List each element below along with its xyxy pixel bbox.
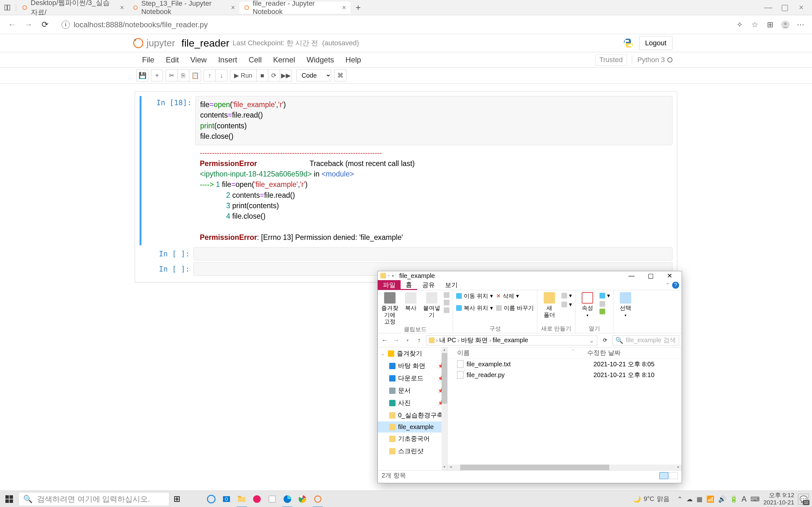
add-cell-button[interactable]: + <box>151 69 163 81</box>
tab-actions-icon[interactable] <box>3 3 12 12</box>
sidebar-scrollbar[interactable]: ▴▾ <box>442 347 447 470</box>
copy-button[interactable]: ⎘ <box>177 69 189 81</box>
taskbar-outlook-icon[interactable]: O <box>219 491 234 507</box>
restart-button[interactable]: ⟳ <box>268 69 280 81</box>
easy-access-icon[interactable]: ▾ <box>561 301 572 308</box>
breadcrumb-item[interactable]: file_example <box>493 337 528 344</box>
paste-button[interactable]: 📋 <box>189 69 201 81</box>
stop-button[interactable]: ■ <box>256 69 268 81</box>
taskbar-jupyter-icon[interactable] <box>310 491 325 507</box>
new-folder-button[interactable]: 새 폴더 <box>541 292 558 319</box>
move-up-button[interactable]: ↑ <box>204 69 216 81</box>
move-down-button[interactable]: ↓ <box>215 69 227 81</box>
refresh-button[interactable]: ⟳ <box>600 335 610 345</box>
command-palette-button[interactable]: ⌘ <box>334 69 346 81</box>
jupyter-logo[interactable]: jupyter <box>133 38 175 49</box>
breadcrumb[interactable]: › 내 PC › 바탕 화면 › file_example ⌄ <box>426 335 597 345</box>
scrollbar-thumb[interactable] <box>460 464 609 470</box>
help-icon[interactable]: ? <box>672 282 679 289</box>
new-tab-button[interactable]: + <box>351 3 366 13</box>
sidebar-downloads[interactable]: 다운로드📌 <box>378 372 447 384</box>
close-icon[interactable]: × <box>795 1 808 14</box>
new-item-icon[interactable]: ▾ <box>561 292 572 299</box>
cut-button[interactable]: ✂ <box>165 69 177 81</box>
sidebar-folder-0[interactable]: 0_실습환경구축 <box>378 409 447 421</box>
horizontal-scrollbar[interactable]: ◂ ▸ <box>448 464 681 470</box>
close-button[interactable]: ✕ <box>660 271 679 280</box>
notification-button[interactable]: 💬 10 <box>798 494 809 504</box>
tray-ime-icon[interactable]: A <box>742 495 747 504</box>
ribbon-tab-share[interactable]: 공유 <box>417 280 440 290</box>
thumbnails-view-button[interactable] <box>669 472 678 479</box>
cut-icon[interactable] <box>444 307 450 313</box>
file-row-2[interactable]: file_reader.py 2021-10-21 오후 8:10 <box>448 370 681 380</box>
taskbar-explorer-icon[interactable] <box>234 491 249 507</box>
tray-wifi-icon[interactable]: 📶 <box>706 495 714 503</box>
qat-dropdown-icon[interactable]: ▾ <box>392 273 394 278</box>
sidebar-folder-2[interactable]: 기초중국어 <box>378 433 447 445</box>
history-icon[interactable] <box>600 308 610 314</box>
sidebar-pictures[interactable]: 사진📌 <box>378 397 447 409</box>
rename-button[interactable]: 이름 바꾸기 <box>496 304 534 312</box>
menu-edit[interactable]: Edit <box>160 52 185 67</box>
notebook-title[interactable]: file_reader <box>182 38 229 49</box>
cell-input[interactable]: file=open('file_example','r') contents=f… <box>195 96 672 145</box>
collections-icon[interactable]: ⊞ <box>764 18 776 31</box>
sidebar-folder-3[interactable]: 스크린샷 <box>378 445 447 457</box>
task-view-button[interactable]: ⊞ <box>169 491 185 507</box>
file-row-1[interactable]: file_example.txt 2021-10-21 오후 8:05 <box>448 359 681 370</box>
tray-clock[interactable]: 오후 9:12 2021-10-21 <box>763 492 794 506</box>
trusted-badge[interactable]: Trusted <box>595 54 627 66</box>
taskbar-edge-icon[interactable] <box>280 491 295 507</box>
sidebar-documents[interactable]: 문서📌 <box>378 384 447 397</box>
close-icon[interactable]: × <box>120 3 124 12</box>
menu-icon[interactable]: ⋯ <box>794 18 807 31</box>
menu-cell[interactable]: Cell <box>243 52 267 67</box>
start-button[interactable] <box>0 491 18 507</box>
open-icon[interactable]: ▾ <box>600 292 610 299</box>
scrollbar-thumb[interactable] <box>442 353 447 404</box>
taskbar-chrome-icon[interactable] <box>295 491 310 507</box>
search-input[interactable]: 🔍 file_example 검색 <box>612 335 679 345</box>
column-date[interactable]: 수정한 날짜 <box>587 349 681 357</box>
reading-list-icon[interactable]: ✧ <box>733 18 746 31</box>
tray-chevron-up-icon[interactable]: ⌃ <box>677 495 682 503</box>
taskbar-app1-icon[interactable] <box>249 491 264 507</box>
copy-button[interactable]: 복사 <box>402 292 420 312</box>
properties-button[interactable]: 속성▾ <box>578 292 596 318</box>
paste-shortcut-icon[interactable] <box>444 300 450 305</box>
tray-onedrive-icon[interactable]: ☁ <box>687 495 693 503</box>
collapse-ribbon-icon[interactable]: ⌃ <box>665 282 670 288</box>
url-field[interactable]: i localhost:8888/notebooks/file_reader.p… <box>57 18 728 32</box>
favorite-icon[interactable]: ☆ <box>749 18 761 31</box>
delete-button[interactable]: ✕삭제 ▾ <box>496 292 534 300</box>
save-button[interactable]: 💾 <box>136 69 148 81</box>
back-button[interactable]: ← <box>380 336 389 345</box>
browser-tab-2[interactable]: Step_13_File - Jupyter Notebook × <box>129 2 240 14</box>
pin-button[interactable]: 즐겨찾기에 고정 <box>381 292 399 326</box>
weather-widget[interactable]: 🌙 9°C 맑음 <box>633 495 670 503</box>
logout-button[interactable]: Logout <box>639 36 672 50</box>
cell-type-select[interactable]: Code <box>296 69 331 81</box>
tray-app-icon[interactable]: ▦ <box>697 495 703 503</box>
minimize-icon[interactable]: — <box>762 1 774 14</box>
tray-keyboard-icon[interactable]: ⌨ <box>751 495 760 503</box>
menu-view[interactable]: View <box>185 52 212 67</box>
up-button[interactable]: ↑ <box>415 336 423 345</box>
taskbar-search[interactable]: 🔍 검색하려면 여기에 입력하십시오. <box>18 492 169 506</box>
taskbar-app2-icon[interactable] <box>264 491 280 507</box>
code-cell-2[interactable]: In [ ]: <box>140 247 672 261</box>
kernel-indicator[interactable]: Python 3 <box>632 56 672 64</box>
minimize-button[interactable]: — <box>622 271 641 280</box>
browser-tab-1[interactable]: Desktop/웹파이썬/3_실습자료/ × <box>17 2 129 14</box>
ribbon-tab-view[interactable]: 보기 <box>440 280 463 290</box>
menu-kernel[interactable]: Kernel <box>267 52 301 67</box>
menu-widgets[interactable]: Widgets <box>301 52 340 67</box>
code-cell-1[interactable]: In [18]: file=open('file_example','r') c… <box>140 96 672 245</box>
recent-dropdown-icon[interactable]: ▾ <box>403 336 412 345</box>
close-icon[interactable]: × <box>342 3 346 12</box>
tray-volume-icon[interactable]: 🔊 <box>718 495 726 503</box>
close-icon[interactable]: × <box>231 3 235 12</box>
paste-button[interactable]: 붙여넣기 <box>423 292 441 319</box>
details-view-button[interactable] <box>659 472 668 479</box>
